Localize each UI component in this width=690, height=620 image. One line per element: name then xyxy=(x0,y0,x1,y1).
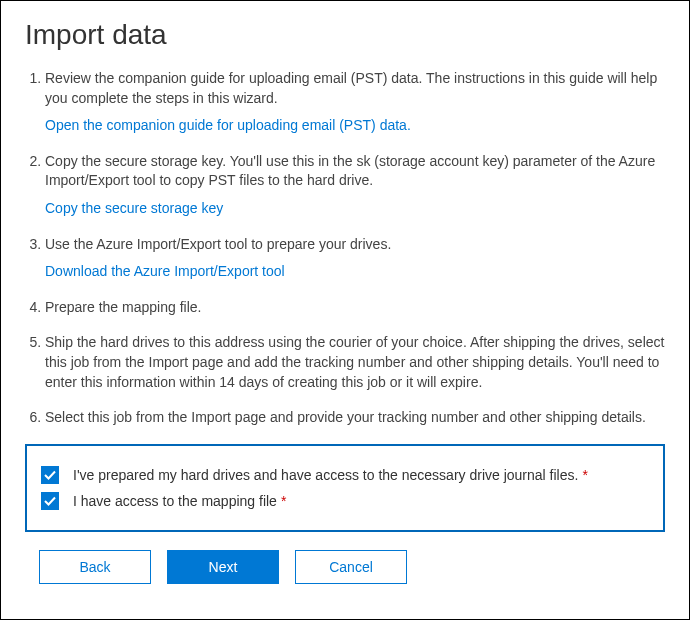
step-5: Ship the hard drives to this address usi… xyxy=(45,333,665,392)
step-2: Copy the secure storage key. You'll use … xyxy=(45,152,665,219)
step-1-text: Review the companion guide for uploading… xyxy=(45,69,665,108)
copy-storage-key-link[interactable]: Copy the secure storage key xyxy=(45,199,223,219)
check-icon xyxy=(44,469,56,481)
back-button[interactable]: Back xyxy=(39,550,151,584)
mapping-file-row: I have access to the mapping file* xyxy=(41,492,649,510)
step-3: Use the Azure Import/Export tool to prep… xyxy=(45,235,665,282)
step-5-text: Ship the hard drives to this address usi… xyxy=(45,333,665,392)
mapping-file-checkbox[interactable] xyxy=(41,492,59,510)
steps-list: Review the companion guide for uploading… xyxy=(25,69,665,428)
step-4-text: Prepare the mapping file. xyxy=(45,298,665,318)
step-4: Prepare the mapping file. xyxy=(45,298,665,318)
required-asterisk: * xyxy=(582,467,587,483)
step-6: Select this job from the Import page and… xyxy=(45,408,665,428)
mapping-file-label: I have access to the mapping file* xyxy=(73,493,286,509)
check-icon xyxy=(44,495,56,507)
open-companion-guide-link[interactable]: Open the companion guide for uploading e… xyxy=(45,116,411,136)
next-button[interactable]: Next xyxy=(167,550,279,584)
wizard-buttons: Back Next Cancel xyxy=(25,550,665,584)
step-2-text: Copy the secure storage key. You'll use … xyxy=(45,152,665,191)
step-6-text: Select this job from the Import page and… xyxy=(45,408,665,428)
cancel-button[interactable]: Cancel xyxy=(295,550,407,584)
download-tool-link[interactable]: Download the Azure Import/Export tool xyxy=(45,262,285,282)
prepared-drives-label: I've prepared my hard drives and have ac… xyxy=(73,467,588,483)
prepared-drives-row: I've prepared my hard drives and have ac… xyxy=(41,466,649,484)
prepared-drives-checkbox[interactable] xyxy=(41,466,59,484)
page-title: Import data xyxy=(25,19,665,51)
step-3-text: Use the Azure Import/Export tool to prep… xyxy=(45,235,665,255)
required-asterisk: * xyxy=(281,493,286,509)
step-1: Review the companion guide for uploading… xyxy=(45,69,665,136)
confirmation-section: I've prepared my hard drives and have ac… xyxy=(25,444,665,532)
